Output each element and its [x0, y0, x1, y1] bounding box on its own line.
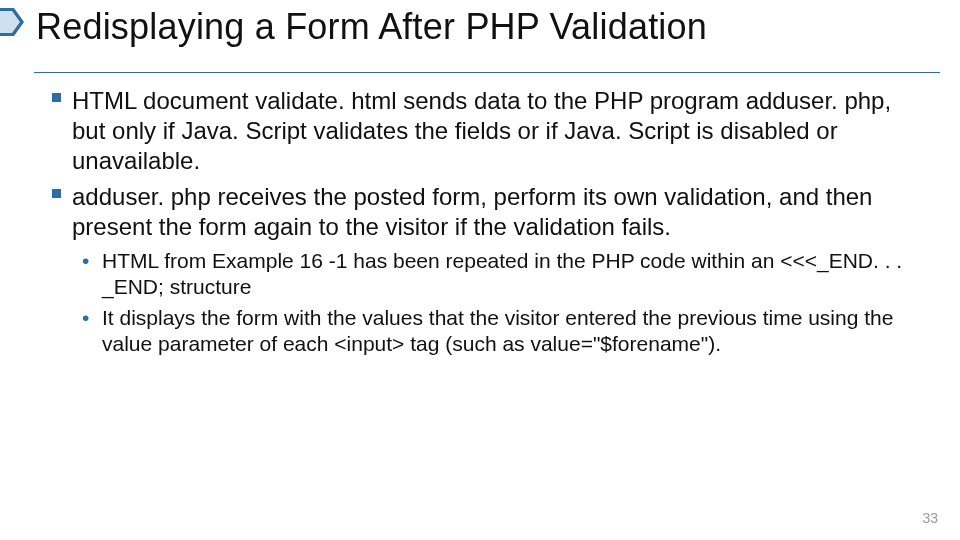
slide-title: Redisplaying a Form After PHP Validation [36, 6, 707, 48]
title-divider [34, 72, 940, 73]
slide: Redisplaying a Form After PHP Validation… [0, 0, 960, 540]
slide-body: HTML document validate. html sends data … [52, 86, 930, 361]
header-arrow-icon [0, 8, 30, 38]
bullet-level1: HTML document validate. html sends data … [52, 86, 930, 176]
bullet-level1: adduser. php receives the posted form, p… [52, 182, 930, 242]
bullet-level2: It displays the form with the values tha… [82, 305, 930, 358]
page-number: 33 [922, 510, 938, 526]
bullet-level2: HTML from Example 16 -1 has been repeate… [82, 248, 930, 301]
